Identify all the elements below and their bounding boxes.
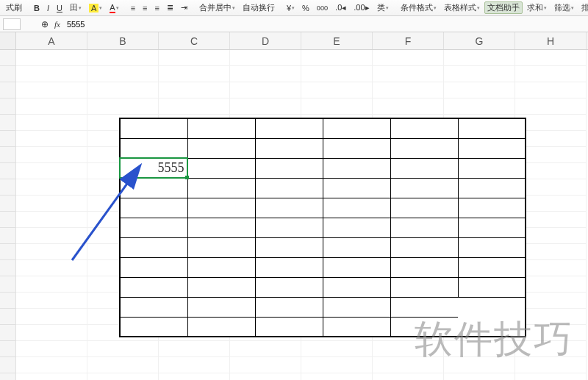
name-box[interactable] <box>3 18 21 30</box>
cell[interactable] <box>301 276 373 293</box>
cell[interactable] <box>301 115 373 131</box>
cell[interactable] <box>159 98 230 115</box>
cell[interactable] <box>373 293 444 309</box>
cell[interactable] <box>515 98 587 115</box>
doc-helper-button[interactable]: 文档助手 <box>484 1 523 14</box>
cell[interactable] <box>159 147 230 163</box>
cell[interactable] <box>373 82 444 98</box>
cell[interactable] <box>87 244 159 260</box>
cell[interactable] <box>16 212 87 228</box>
row-header[interactable] <box>0 260 16 276</box>
cell[interactable] <box>230 293 301 309</box>
cell[interactable] <box>87 293 159 309</box>
cell[interactable] <box>373 66 444 82</box>
col-header-D[interactable]: D <box>230 32 301 49</box>
cell[interactable] <box>301 163 373 179</box>
cell[interactable] <box>159 115 230 131</box>
cell[interactable] <box>16 82 87 98</box>
align-right-button[interactable]: ≡ <box>152 3 162 13</box>
row-header[interactable] <box>0 82 16 98</box>
cell[interactable] <box>230 276 301 293</box>
row-header[interactable] <box>0 373 16 380</box>
cell[interactable] <box>16 293 87 309</box>
cell[interactable] <box>301 357 373 373</box>
cell[interactable] <box>87 212 159 228</box>
cell[interactable] <box>373 179 444 196</box>
cell[interactable] <box>230 244 301 260</box>
cell[interactable] <box>515 260 587 276</box>
cell[interactable] <box>515 131 587 147</box>
cell[interactable] <box>230 212 301 228</box>
cell[interactable] <box>230 373 301 380</box>
row-header[interactable] <box>0 163 16 179</box>
cell[interactable] <box>301 98 373 115</box>
decrease-decimal-button[interactable]: .0◂ <box>332 2 349 13</box>
cell[interactable] <box>444 309 515 325</box>
cell[interactable] <box>444 147 515 163</box>
cell[interactable] <box>444 179 515 196</box>
row-header[interactable] <box>0 131 16 147</box>
cell[interactable] <box>301 147 373 163</box>
cell[interactable] <box>301 309 373 325</box>
col-header-F[interactable]: F <box>373 32 444 49</box>
cell[interactable] <box>373 196 444 212</box>
sum-button[interactable]: 求和▾ <box>524 1 550 14</box>
row-header[interactable] <box>0 276 16 293</box>
cell[interactable] <box>230 196 301 212</box>
cell[interactable] <box>301 179 373 196</box>
cell[interactable] <box>444 276 515 293</box>
cell[interactable] <box>87 115 159 131</box>
cell[interactable] <box>515 228 587 244</box>
cell[interactable] <box>515 212 587 228</box>
cell[interactable] <box>159 293 230 309</box>
cell[interactable] <box>87 98 159 115</box>
cell[interactable] <box>444 196 515 212</box>
cell[interactable] <box>515 196 587 212</box>
row-header[interactable] <box>0 293 16 309</box>
col-header-B[interactable]: B <box>87 32 159 49</box>
cell[interactable] <box>373 50 444 66</box>
cell[interactable] <box>515 179 587 196</box>
cell[interactable] <box>515 357 587 373</box>
cell[interactable] <box>16 196 87 212</box>
cell[interactable] <box>373 115 444 131</box>
cell[interactable] <box>87 309 159 325</box>
cell[interactable] <box>159 373 230 380</box>
cell[interactable] <box>230 147 301 163</box>
cell[interactable] <box>87 66 159 82</box>
cell[interactable] <box>444 50 515 66</box>
cell[interactable] <box>159 179 230 196</box>
cell[interactable] <box>159 66 230 82</box>
cell[interactable] <box>230 163 301 179</box>
cell[interactable] <box>159 212 230 228</box>
cell[interactable] <box>444 357 515 373</box>
increase-decimal-button[interactable]: .00▸ <box>351 2 372 13</box>
cell[interactable] <box>301 341 373 357</box>
cell[interactable] <box>16 98 87 115</box>
row-header[interactable] <box>0 50 16 66</box>
col-header-A[interactable]: A <box>16 32 87 49</box>
cell[interactable] <box>230 341 301 357</box>
cell[interactable] <box>301 66 373 82</box>
cell[interactable] <box>87 260 159 276</box>
cell[interactable] <box>230 325 301 341</box>
row-header[interactable] <box>0 115 16 131</box>
cell[interactable] <box>230 115 301 131</box>
cell[interactable] <box>16 309 87 325</box>
row-header[interactable] <box>0 228 16 244</box>
cell[interactable] <box>16 357 87 373</box>
align-center-button[interactable]: ≡ <box>140 3 150 13</box>
row-header[interactable] <box>0 212 16 228</box>
cell[interactable] <box>301 196 373 212</box>
bold-button[interactable]: B <box>31 3 43 13</box>
cell[interactable] <box>373 98 444 115</box>
cell[interactable] <box>444 131 515 147</box>
cell[interactable] <box>16 244 87 260</box>
cell[interactable] <box>16 260 87 276</box>
auto-wrap-button[interactable]: 自动换行 <box>240 1 278 14</box>
align-justify-button[interactable]: ≣ <box>164 2 176 13</box>
cell[interactable] <box>230 50 301 66</box>
cell[interactable] <box>16 228 87 244</box>
cell[interactable] <box>515 66 587 82</box>
cell[interactable] <box>444 163 515 179</box>
